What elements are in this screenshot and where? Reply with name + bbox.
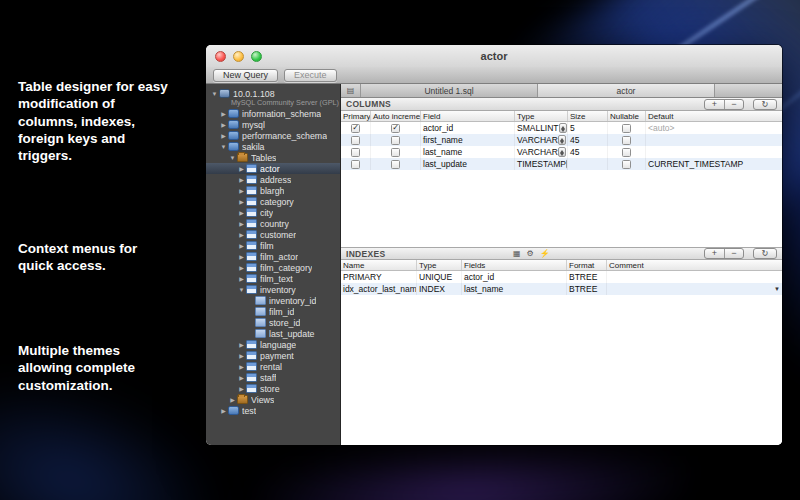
tree-item-film_text[interactable]: ▶film_text [206,273,340,284]
disclosure-closed-icon[interactable]: ▶ [228,396,237,403]
disclosure-closed-icon[interactable]: ▶ [219,132,228,139]
tree-item-sakila[interactable]: ▼sakila [206,141,340,152]
column-row-actor_id[interactable]: actor_idSMALLINT5<auto> [341,122,782,134]
tree-item-category[interactable]: ▶category [206,196,340,207]
tab-untitled-sql[interactable]: Untitled 1.sql [361,84,538,97]
disclosure-closed-icon[interactable]: ▶ [237,220,246,227]
disclosure-closed-icon[interactable]: ▶ [237,231,246,238]
disclosure-open-icon[interactable]: ▼ [219,144,228,150]
index-format-cell[interactable]: BTREE [567,271,607,283]
field-name-cell[interactable]: first_name [421,134,515,146]
index-header-format[interactable]: Format [567,260,607,270]
tab-actor[interactable]: actor [538,84,715,97]
size-cell[interactable]: 45 [568,134,608,146]
zoom-window-button[interactable] [251,51,262,62]
tree-item-performance_schema[interactable]: ▶performance_schema [206,130,340,141]
tree-item-last_update[interactable]: last_update [206,328,340,339]
column-header-field[interactable]: Field [421,111,515,121]
tree-item-film[interactable]: ▶film [206,240,340,251]
title-bar[interactable]: actor [206,45,782,67]
tree-item-Tables[interactable]: ▼Tables [206,152,340,163]
index-header-name[interactable]: Name [341,260,417,270]
refresh-indexes-button[interactable]: ↻ [753,248,777,259]
index-name-cell[interactable]: PRIMARY [341,271,417,283]
tree-item-address[interactable]: ▶address [206,174,340,185]
disclosure-open-icon[interactable]: ▼ [237,287,246,293]
tree-item-payment[interactable]: ▶payment [206,350,340,361]
field-name-cell[interactable]: last_update [421,158,515,170]
tree-item-store[interactable]: ▶store [206,383,340,394]
tree-item-blargh[interactable]: ▶blargh [206,185,340,196]
tree-item-rental[interactable]: ▶rental [206,361,340,372]
disclosure-closed-icon[interactable]: ▶ [237,242,246,249]
disclosure-closed-icon[interactable]: ▶ [237,374,246,381]
index-header-type[interactable]: Type [417,260,462,270]
index-fields-cell[interactable]: last_name [462,283,567,295]
disclosure-closed-icon[interactable]: ▶ [237,275,246,282]
tree-item-inventory[interactable]: ▼inventory [206,284,340,295]
nullable-checkbox[interactable] [622,148,631,157]
disclosure-closed-icon[interactable]: ▶ [237,385,246,392]
add-column-button[interactable]: + [705,100,724,109]
close-window-button[interactable] [215,51,226,62]
tree-item-Views[interactable]: ▶Views [206,394,340,405]
index-row-PRIMARY[interactable]: PRIMARYUNIQUEactor_idBTREE [341,271,782,283]
type-stepper[interactable] [558,147,566,157]
disclosure-open-icon[interactable]: ▼ [228,155,237,161]
tab-list-button[interactable]: ▤ [341,84,361,97]
index-format-cell[interactable]: BTREE [567,283,607,295]
wrench-icon[interactable]: ⚙ [527,249,534,258]
refresh-columns-button[interactable]: ↻ [753,99,777,110]
default-cell[interactable]: <auto> [646,122,782,134]
primary-checkbox[interactable] [351,160,360,169]
disclosure-closed-icon[interactable]: ▶ [237,187,246,194]
disclosure-closed-icon[interactable]: ▶ [237,341,246,348]
index-header-fields[interactable]: Fields [462,260,567,270]
type-cell[interactable]: SMALLINT [515,122,568,134]
tree-item-city[interactable]: ▶city [206,207,340,218]
disclosure-closed-icon[interactable]: ▶ [219,121,228,128]
disclosure-closed-icon[interactable]: ▶ [237,264,246,271]
tree-item-10.0.1.108[interactable]: ▼10.0.1.108 [206,88,340,99]
default-cell[interactable]: CURRENT_TIMESTAMP [646,158,782,170]
add-index-button[interactable]: + [705,249,724,258]
primary-checkbox[interactable] [351,148,360,157]
tree-item-information_schema[interactable]: ▶information_schema [206,108,340,119]
primary-checkbox[interactable] [351,136,360,145]
field-name-cell[interactable]: actor_id [421,122,515,134]
dropdown-arrow-icon[interactable]: ▼ [774,286,780,292]
column-row-first_name[interactable]: first_nameVARCHAR45 [341,134,782,146]
tree-item-language[interactable]: ▶language [206,339,340,350]
size-cell[interactable]: 45 [568,146,608,158]
tree-item-inventory_id[interactable]: inventory_id [206,295,340,306]
column-header-default[interactable]: Default [646,111,782,121]
auto-increment-checkbox[interactable] [391,124,400,133]
disclosure-closed-icon[interactable]: ▶ [237,352,246,359]
index-fields-cell[interactable]: actor_id [462,271,567,283]
auto-increment-checkbox[interactable] [391,136,400,145]
index-type-cell[interactable]: UNIQUE [417,271,462,283]
type-stepper[interactable] [559,123,567,133]
disclosure-closed-icon[interactable]: ▶ [219,407,228,414]
default-cell[interactable] [646,134,782,146]
index-name-cell[interactable]: idx_actor_last_name [341,283,417,295]
tree-item-customer[interactable]: ▶customer [206,229,340,240]
type-cell[interactable]: TIMESTAMP [515,158,568,170]
type-cell[interactable]: VARCHAR [515,134,568,146]
column-header-size[interactable]: Size [568,111,608,121]
nullable-checkbox[interactable] [622,136,631,145]
tree-item-film_id[interactable]: film_id [206,306,340,317]
nullable-checkbox[interactable] [622,160,631,169]
disclosure-open-icon[interactable]: ▼ [210,91,219,97]
type-cell[interactable]: VARCHAR [515,146,568,158]
column-header-auto-increment[interactable]: Auto increment [371,111,421,121]
column-header-nullable[interactable]: Nullable [608,111,646,121]
column-header-type[interactable]: Type [515,111,568,121]
new-query-button[interactable]: New Query [213,69,278,82]
remove-index-button[interactable]: − [724,249,743,258]
tree-item-staff[interactable]: ▶staff [206,372,340,383]
tree-item-country[interactable]: ▶country [206,218,340,229]
tree-item-mysql[interactable]: ▶mysql [206,119,340,130]
auto-increment-checkbox[interactable] [391,160,400,169]
tree-item-film_category[interactable]: ▶film_category [206,262,340,273]
